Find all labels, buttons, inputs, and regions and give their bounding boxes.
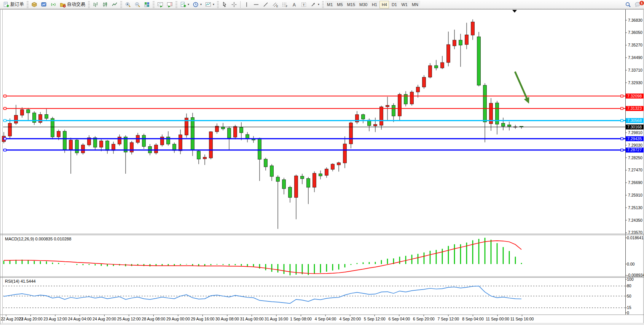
candle-up bbox=[380, 107, 383, 125]
price-axis-label: 7.36830 bbox=[628, 18, 642, 22]
search-icon bbox=[625, 2, 631, 8]
arrows-tool-button[interactable]: ▾ bbox=[309, 0, 321, 8]
timeframe-h4-button[interactable]: H4 bbox=[379, 1, 389, 8]
line-handle[interactable] bbox=[4, 95, 6, 97]
candle-up bbox=[39, 114, 42, 122]
candle-up bbox=[441, 62, 444, 68]
timeframe-d1-button[interactable]: D1 bbox=[389, 1, 399, 8]
candle-up bbox=[429, 66, 432, 77]
chart-shift-button[interactable] bbox=[165, 0, 174, 8]
timeframe-m1-button[interactable]: M1 bbox=[325, 1, 335, 8]
rsi-indicator-label: RSI(14) 41.5444 bbox=[5, 279, 36, 283]
candle-up bbox=[325, 169, 328, 175]
time-axis-label: 11 Sep 00:00 bbox=[486, 317, 509, 321]
autotrading-button[interactable]: 自动交易 bbox=[58, 0, 87, 8]
timeframe-mn-button[interactable]: MN bbox=[410, 1, 420, 8]
price-axis-label: 7.25910 bbox=[628, 193, 642, 197]
crosshair-icon bbox=[231, 2, 237, 8]
line-handle[interactable] bbox=[621, 107, 623, 110]
market-watch-button[interactable] bbox=[30, 0, 39, 8]
candle-down bbox=[282, 180, 286, 189]
toolbar-grip bbox=[322, 1, 324, 8]
equidistant-channel-icon: E bbox=[272, 2, 278, 8]
timeframe-w1-button[interactable]: W1 bbox=[399, 1, 410, 8]
channel-tool-button[interactable]: E bbox=[271, 0, 280, 8]
price-axis-label: 7.24350 bbox=[628, 218, 642, 223]
chart-area[interactable]: USDCNH-,H4 7.30213 7.30213 7.30060 7.301… bbox=[0, 9, 644, 325]
line-handle[interactable] bbox=[621, 149, 623, 151]
line-handle[interactable] bbox=[4, 107, 6, 110]
svg-text:F: F bbox=[286, 5, 287, 8]
text-tool-button[interactable]: A bbox=[290, 0, 299, 8]
time-axis-label: 31 Aug 00:00 bbox=[240, 317, 264, 321]
line-chart-button[interactable] bbox=[110, 0, 119, 8]
auto-scroll-button[interactable] bbox=[156, 0, 165, 8]
zoom-in-button[interactable] bbox=[123, 0, 132, 8]
price-axis-label: 7.36050 bbox=[628, 30, 642, 35]
data-window-button[interactable] bbox=[39, 0, 48, 8]
candle-up bbox=[374, 124, 377, 126]
timeframe-m30-button[interactable]: M30 bbox=[357, 1, 369, 8]
time-axis-label: 1 Sep 08:00 bbox=[290, 317, 312, 321]
cursor-button[interactable] bbox=[220, 0, 229, 8]
line-handle[interactable] bbox=[621, 138, 623, 140]
line-handle[interactable] bbox=[621, 95, 623, 97]
autotrading-label: 自动交易 bbox=[67, 1, 85, 8]
candle-down bbox=[502, 123, 505, 126]
new-order-button[interactable]: 新订单 bbox=[2, 0, 26, 8]
timeframe-m5-button[interactable]: M5 bbox=[335, 1, 344, 8]
candlestick-chart-button[interactable] bbox=[100, 0, 110, 8]
chart-window-frame bbox=[0, 10, 644, 324]
trendline-icon bbox=[263, 2, 269, 8]
candle-down bbox=[222, 127, 225, 129]
line-handle[interactable] bbox=[4, 149, 6, 151]
label-tool-button[interactable]: T bbox=[299, 0, 308, 8]
price-level-badge-text: 7.30168 bbox=[627, 125, 642, 129]
search-button[interactable] bbox=[623, 0, 633, 8]
crosshair-button[interactable] bbox=[230, 0, 239, 8]
timeframe-m15-button[interactable]: M15 bbox=[345, 1, 357, 8]
price-axis-label: 7.29810 bbox=[628, 130, 642, 135]
candle-down bbox=[319, 174, 322, 176]
trendline-tool-button[interactable] bbox=[261, 0, 270, 8]
line-handle[interactable] bbox=[4, 138, 6, 140]
indicators-button[interactable]: ▾ bbox=[179, 0, 191, 8]
rsi-axis-label: 15 bbox=[627, 305, 631, 310]
tile-windows-button[interactable] bbox=[142, 0, 151, 8]
bar-chart-button[interactable] bbox=[91, 0, 100, 8]
candle-up bbox=[209, 132, 213, 158]
dropdown-caret: ▾ bbox=[200, 3, 202, 6]
toolbar-grip bbox=[27, 1, 29, 8]
price-axis-label: 7.28250 bbox=[628, 155, 642, 160]
notification-badge[interactable]: 1 bbox=[639, 1, 644, 5]
rsi-axis-label: 100 bbox=[627, 277, 634, 282]
candle-down bbox=[459, 40, 462, 45]
candle-down bbox=[45, 114, 48, 118]
periods-button[interactable]: ▾ bbox=[191, 0, 203, 8]
candle-up bbox=[343, 144, 347, 163]
timeframe-h1-button[interactable]: H1 bbox=[370, 1, 379, 8]
arrows-tool-icon bbox=[310, 2, 316, 8]
time-axis-label: 11 Sep 16:00 bbox=[510, 317, 534, 321]
text-tool-icon: A bbox=[291, 2, 297, 8]
candle-down bbox=[258, 138, 261, 159]
templates-button[interactable]: ▾ bbox=[204, 0, 216, 8]
price-level-badge-text: 7.32098 bbox=[627, 94, 642, 98]
line-handle[interactable] bbox=[621, 119, 623, 122]
signals-button[interactable] bbox=[49, 0, 58, 8]
price-axis-label: 7.27470 bbox=[628, 168, 642, 172]
time-axis-label: 6 Sep 20:00 bbox=[413, 317, 435, 321]
line-handle[interactable] bbox=[4, 119, 6, 122]
time-axis-label: 8 Sep 04:00 bbox=[462, 317, 484, 321]
candle-down bbox=[228, 128, 231, 138]
time-axis-label: 7 Sep 12:00 bbox=[438, 317, 459, 321]
vertical-line-tool-button[interactable] bbox=[242, 0, 251, 8]
time-axis-label: 28 Aug 08:00 bbox=[142, 317, 165, 321]
dropdown-caret: ▾ bbox=[188, 3, 189, 6]
candle-up bbox=[349, 123, 353, 144]
fibonacci-tool-button[interactable]: F bbox=[280, 0, 289, 8]
candle-up bbox=[234, 126, 237, 137]
zoom-out-button[interactable] bbox=[133, 0, 142, 8]
macd-axis-label: 0.00 bbox=[627, 262, 635, 266]
horizontal-line-tool-button[interactable] bbox=[252, 0, 261, 8]
